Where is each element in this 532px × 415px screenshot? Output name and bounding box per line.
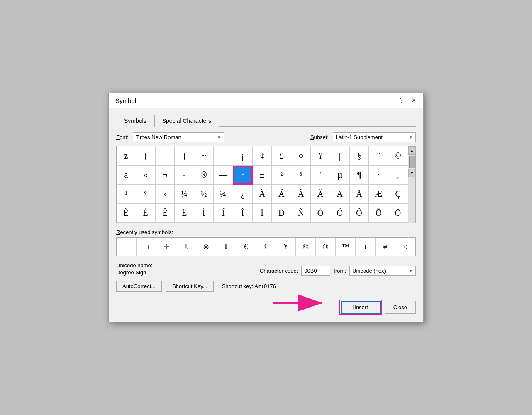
recent-cell-0[interactable] bbox=[117, 238, 137, 256]
symbol-cell-12[interactable]: § bbox=[350, 146, 369, 166]
symbol-cell-36[interactable]: ¿ bbox=[233, 185, 253, 204]
symbol-cell-11[interactable]: | bbox=[330, 146, 350, 166]
symbol-cell-24[interactable]: ³ bbox=[291, 166, 311, 185]
bottom-row: IInsert Close bbox=[116, 298, 416, 315]
tab-row: Symbols Special Characters bbox=[116, 114, 416, 127]
symbol-cell-43[interactable]: Æ bbox=[369, 185, 388, 204]
char-code-input[interactable] bbox=[301, 266, 330, 276]
recent-cell-6[interactable]: € bbox=[236, 238, 256, 256]
symbol-cell-21[interactable]: ° bbox=[233, 166, 253, 185]
font-select[interactable]: Times New Roman ▼ bbox=[133, 132, 224, 142]
symbol-cell-33[interactable]: ¼ bbox=[175, 185, 194, 204]
symbol-cell-0[interactable]: z bbox=[117, 146, 136, 166]
symbol-cell-32[interactable]: » bbox=[156, 185, 175, 204]
symbol-cell-6[interactable]: ¡ bbox=[233, 146, 253, 166]
symbol-cell-14[interactable]: © bbox=[388, 146, 408, 166]
symbol-cell-29[interactable]: , bbox=[388, 166, 408, 185]
title-bar: Symbol ? × bbox=[109, 93, 423, 108]
symbol-cell-48[interactable]: Ë bbox=[175, 204, 194, 223]
symbol-cell-44[interactable]: Ç bbox=[388, 185, 408, 204]
symbol-cell-5[interactable] bbox=[214, 146, 233, 166]
symbol-cell-45[interactable]: È bbox=[117, 204, 136, 223]
recent-cell-7[interactable]: £ bbox=[256, 238, 276, 256]
recent-cell-8[interactable]: ¥ bbox=[276, 238, 296, 256]
symbol-cell-35[interactable]: ¾ bbox=[214, 185, 233, 204]
tab-special-characters[interactable]: Special Characters bbox=[154, 115, 219, 127]
tab-symbols[interactable]: Symbols bbox=[116, 115, 154, 127]
symbol-cell-50[interactable]: Í bbox=[214, 204, 233, 223]
symbol-cell-10[interactable]: ¥ bbox=[311, 146, 330, 166]
symbol-cell-7[interactable]: ¢ bbox=[253, 146, 272, 166]
insert-button[interactable]: IInsert bbox=[341, 301, 381, 314]
symbol-cell-15[interactable]: a bbox=[117, 166, 136, 185]
info-row: Unicode name: Degree Sign Character code… bbox=[116, 262, 416, 276]
from-select[interactable]: Unicode (hex) ▼ bbox=[349, 266, 416, 276]
recent-cell-10[interactable]: ® bbox=[316, 238, 336, 256]
scroll-down-btn[interactable]: ▼ bbox=[408, 169, 415, 177]
shortcut-key-button[interactable]: Shortcut Key... bbox=[166, 281, 213, 292]
symbol-cell-27[interactable]: ¶ bbox=[350, 166, 369, 185]
scroll-thumb[interactable] bbox=[409, 156, 415, 168]
symbol-cell-13[interactable]: ¨ bbox=[369, 146, 388, 166]
symbol-cell-47[interactable]: Ê bbox=[156, 204, 175, 223]
recent-cell-11[interactable]: ™ bbox=[336, 238, 356, 256]
symbol-cell-18[interactable]: - bbox=[175, 166, 194, 185]
recently-label: Recently used symbols: bbox=[116, 229, 416, 235]
symbol-cell-8[interactable]: £ bbox=[272, 146, 291, 166]
symbol-cell-57[interactable]: Ô bbox=[350, 204, 369, 223]
symbol-cell-54[interactable]: Ñ bbox=[291, 204, 311, 223]
recent-cell-9[interactable]: © bbox=[296, 238, 316, 256]
recent-cell-4[interactable]: ⊗ bbox=[196, 238, 216, 256]
symbol-scrollbar[interactable]: ▲ ▼ bbox=[408, 146, 415, 223]
arrow-indicator bbox=[268, 290, 335, 315]
symbol-cell-37[interactable]: À bbox=[253, 185, 272, 204]
symbol-cell-52[interactable]: Ï bbox=[253, 204, 272, 223]
symbol-cell-9[interactable]: ○ bbox=[291, 146, 311, 166]
from-label: from: bbox=[334, 268, 346, 274]
recent-cell-2[interactable]: ✛ bbox=[156, 238, 176, 256]
recent-cell-13[interactable]: ≠ bbox=[376, 238, 395, 256]
recent-cell-12[interactable]: ± bbox=[356, 238, 376, 256]
symbol-cell-20[interactable]: — bbox=[214, 166, 233, 185]
symbol-cell-42[interactable]: Å bbox=[350, 185, 369, 204]
help-button[interactable]: ? bbox=[398, 96, 406, 105]
symbol-cell-17[interactable]: ¬ bbox=[156, 166, 175, 185]
subset-select[interactable]: Latin-1 Supplement ▼ bbox=[333, 132, 416, 142]
symbol-cell-30[interactable]: ¹ bbox=[117, 185, 136, 204]
symbol-cell-4[interactable]: ~ bbox=[194, 146, 214, 166]
symbol-cell-53[interactable]: Ð bbox=[272, 204, 291, 223]
symbol-cell-49[interactable]: Ì bbox=[194, 204, 214, 223]
symbol-cell-31[interactable]: º bbox=[136, 185, 156, 204]
symbol-cell-39[interactable]: Â bbox=[291, 185, 311, 204]
recent-cell-1[interactable]: □ bbox=[137, 238, 156, 256]
symbol-cell-22[interactable]: ± bbox=[253, 166, 272, 185]
font-dropdown-arrow: ▼ bbox=[217, 135, 221, 139]
symbol-cell-26[interactable]: µ bbox=[330, 166, 350, 185]
buttons-row: AutoCorrect... Shortcut Key... Shortcut … bbox=[116, 281, 416, 292]
scroll-up-btn[interactable]: ▲ bbox=[408, 146, 415, 155]
symbol-cell-58[interactable]: Õ bbox=[369, 204, 388, 223]
symbol-cell-59[interactable]: Ö bbox=[388, 204, 408, 223]
symbol-cell-23[interactable]: ² bbox=[272, 166, 291, 185]
symbol-cell-1[interactable]: { bbox=[136, 146, 156, 166]
symbol-cell-55[interactable]: Ò bbox=[311, 204, 330, 223]
recent-cell-3[interactable]: ⇩ bbox=[176, 238, 196, 256]
symbol-cell-40[interactable]: Ã bbox=[311, 185, 330, 204]
recent-cell-14[interactable]: ≤ bbox=[395, 238, 415, 256]
symbol-cell-28[interactable]: · bbox=[369, 166, 388, 185]
recent-cell-5[interactable]: ⇓ bbox=[216, 238, 236, 256]
symbol-cell-46[interactable]: É bbox=[136, 204, 156, 223]
symbol-cell-25[interactable]: ' bbox=[311, 166, 330, 185]
symbol-cell-51[interactable]: Î bbox=[233, 204, 253, 223]
symbol-cell-34[interactable]: ½ bbox=[194, 185, 214, 204]
close-dialog-button[interactable]: Close bbox=[385, 301, 416, 314]
symbol-cell-2[interactable]: | bbox=[156, 146, 175, 166]
symbol-cell-56[interactable]: Ó bbox=[330, 204, 350, 223]
close-title-button[interactable]: × bbox=[410, 96, 418, 105]
autocorrect-button[interactable]: AutoCorrect... bbox=[116, 281, 162, 292]
symbol-cell-16[interactable]: « bbox=[136, 166, 156, 185]
symbol-cell-19[interactable]: ® bbox=[194, 166, 214, 185]
symbol-cell-38[interactable]: Á bbox=[272, 185, 291, 204]
symbol-cell-3[interactable]: } bbox=[175, 146, 194, 166]
symbol-cell-41[interactable]: Ä bbox=[330, 185, 350, 204]
